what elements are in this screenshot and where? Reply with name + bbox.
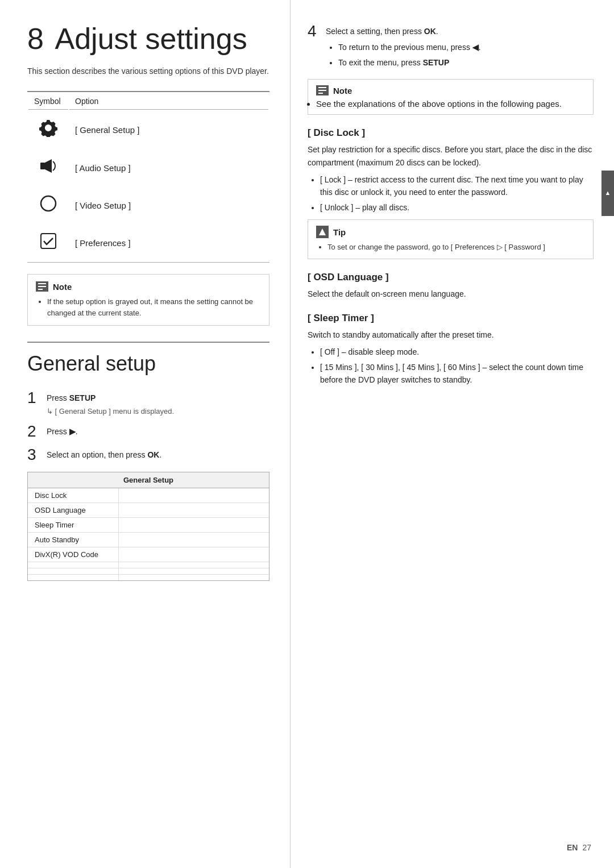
setup-value [119,488,269,502]
right-note-text: See the explanations of the above option… [316,99,585,109]
tip-icon [316,226,329,238]
step-4-content: Select a setting, then press OK. To retu… [326,23,481,71]
chapter-number: 8 [27,22,44,55]
right-note-content: See the explanations of the above option… [316,99,585,109]
right-tab: ▲ [601,171,614,216]
svg-rect-8 [318,90,326,91]
right-column: ▲ 4 Select a setting, then press OK. To … [290,0,614,868]
setup-value [119,533,269,547]
step-2-content: Press ▶. [47,423,78,438]
page-footer: EN 27 [567,843,591,852]
disc-lock-title: [ Disc Lock ] [308,127,594,139]
step-1-number: 1 [27,389,41,407]
step-4: 4 Select a setting, then press OK. To re… [308,23,594,71]
general-setup-table: General Setup Disc Lock OSD Language Sle… [27,472,269,581]
svg-rect-9 [318,93,323,94]
note-title: Note [53,282,72,292]
setup-label: Sleep Timer [28,518,119,532]
setup-table-body: Disc Lock OSD Language Sleep Timer Auto … [28,488,269,580]
audio-icon [28,150,68,186]
setup-row [28,575,269,580]
sleep-timer-title: [ Sleep Timer ] [308,313,594,324]
step-3: 3 Select an option, then press OK. [27,446,269,464]
step-3-number: 3 [27,446,41,464]
setup-label: Disc Lock [28,488,119,502]
setup-value [119,562,269,568]
sleep-timer-bullets: [ Off ] – disable sleep mode. [ 15 Mins … [308,346,594,386]
disc-lock-bullet-1: [ Lock ] – restrict access to the curren… [320,173,594,199]
step-3-content: Select an option, then press OK. [47,446,161,461]
svg-rect-4 [38,283,46,284]
sleep-timer-bullet-2: [ 15 Mins ], [ 30 Mins ], [ 45 Mins ], [… [320,361,594,387]
sleep-timer-section: [ Sleep Timer ] Switch to standby automa… [308,313,594,387]
table-row: [ General Setup ] [28,111,268,149]
sleep-timer-bullet-1: [ Off ] – disable sleep mode. [320,346,594,358]
osd-language-body: Select the default on-screen menu langua… [308,288,594,300]
press-play-keyword: ▶ [69,427,76,436]
left-column: 8 Adjust settings This section describes… [0,0,290,868]
table-row: [ Audio Setup ] [28,150,268,186]
page-container: 8 Adjust settings This section describes… [0,0,614,868]
setup-value [119,503,269,517]
svg-marker-1 [45,159,52,173]
setup-value [119,518,269,532]
setup-row: OSD Language [28,503,269,518]
col-option: Option [69,93,268,110]
setup-value [119,575,269,580]
preferences-label: [ Preferences ] [69,225,268,261]
preferences-icon [28,225,68,261]
ok-keyword-right: OK [424,27,436,36]
tip-box: Tip To set or change the password, go to… [308,219,594,259]
osd-language-title: [ OSD Language ] [308,272,594,283]
table-row: [ Preferences ] [28,225,268,261]
setup-label [28,562,119,568]
setup-value [119,568,269,574]
chapter-title: Adjust settings [55,22,247,55]
section-divider [27,342,269,343]
svg-rect-5 [38,286,46,287]
step-4-bullet-1: To return to the previous menu, press ◀. [338,41,481,53]
svg-rect-2 [41,196,56,211]
setup-row: Auto Standby [28,533,269,547]
audio-setup-label: [ Audio Setup ] [69,150,268,186]
table-row: [ Video Setup ] [28,187,268,224]
right-note-header: Note [316,85,585,95]
disc-lock-bullets: [ Lock ] – restrict access to the curren… [308,173,594,214]
step-1: 1 Press SETUP ↳ [ General Setup ] menu i… [27,389,269,417]
language-label: EN [567,843,578,852]
ok-keyword: OK [147,450,159,459]
setup-value [119,547,269,562]
step-1-sub: ↳ [ General Setup ] menu is displayed. [47,407,174,416]
svg-rect-6 [38,289,43,290]
setup-label [28,568,119,574]
setup-row [28,562,269,568]
right-note-title: Note [333,86,352,95]
setup-row [28,568,269,575]
svg-rect-0 [40,163,45,169]
setup-label [28,575,119,580]
right-note-icon [316,85,329,95]
page-number: 27 [582,843,591,852]
osd-language-section: [ OSD Language ] Select the default on-s… [308,272,594,300]
setup-label: Auto Standby [28,533,119,547]
general-setup-label: [ General Setup ] [69,111,268,149]
setup-keyword: SETUP [69,393,96,402]
left-note-box: Note If the setup option is grayed out, … [27,274,269,326]
tab-icon: ▲ [604,189,611,197]
step-4-bullet-2: To exit the menu, press SETUP [338,56,481,69]
note-icon [36,281,48,292]
tip-title: Tip [333,227,346,237]
video-setup-label: [ Video Setup ] [69,187,268,224]
note-text: If the setup option is grayed out, it me… [47,296,261,318]
video-icon [28,187,68,224]
col-symbol: Symbol [28,93,68,110]
tip-header: Tip [316,226,585,238]
tip-text: To set or change the password, go to [ P… [327,242,585,253]
intro-text: This section describes the various setti… [27,65,269,77]
setup-table-header: General Setup [28,472,269,488]
chapter-heading: 8 Adjust settings [27,23,269,55]
step-2-number: 2 [27,423,41,441]
setup-row: Disc Lock [28,488,269,503]
gear-icon [28,111,68,149]
setup-label: DivX(R) VOD Code [28,547,119,562]
